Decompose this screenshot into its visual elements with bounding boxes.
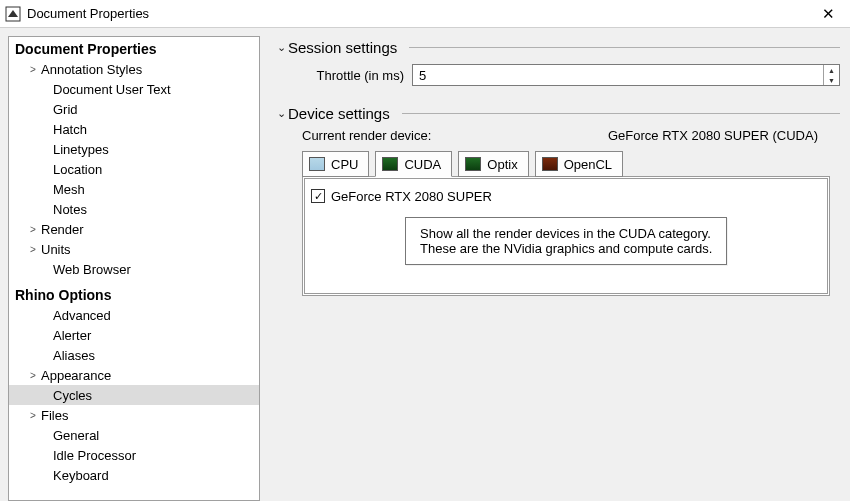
- group-header-device[interactable]: ⌄ Device settings: [274, 102, 840, 124]
- tree-item-notes[interactable]: Notes: [9, 199, 259, 219]
- device-tabs: CPUCUDAOptixOpenCL: [274, 151, 840, 177]
- tree-item-grid[interactable]: Grid: [9, 99, 259, 119]
- device-tab-optix[interactable]: Optix: [458, 151, 528, 177]
- tree-item-label: Linetypes: [51, 142, 109, 157]
- current-device-value: GeForce RTX 2080 SUPER (CUDA): [608, 128, 840, 143]
- chip-icon: [309, 157, 325, 171]
- tab-label: OpenCL: [564, 157, 612, 172]
- chip-icon: [465, 157, 481, 171]
- close-button[interactable]: ✕: [808, 0, 848, 27]
- tree-item-label: Cycles: [51, 388, 92, 403]
- tree-item-label: Web Browser: [51, 262, 131, 277]
- tooltip-text: These are the NVidia graphics and comput…: [420, 241, 712, 256]
- tree-item-render[interactable]: >Render: [9, 219, 259, 239]
- tooltip-text: Show all the render devices in the CUDA …: [420, 226, 712, 241]
- tree-item-label: Alerter: [51, 328, 91, 343]
- device-tab-opencl[interactable]: OpenCL: [535, 151, 623, 177]
- chevron-right-icon[interactable]: >: [27, 64, 39, 75]
- tree-item-label: Location: [51, 162, 102, 177]
- tree-section-docprops: Document Properties: [9, 37, 259, 59]
- tree-item-label: Keyboard: [51, 468, 109, 483]
- tab-label: CUDA: [404, 157, 441, 172]
- tree-item-label: Grid: [51, 102, 78, 117]
- tree-item-appearance[interactable]: >Appearance: [9, 365, 259, 385]
- tree-item-idle-processor[interactable]: Idle Processor: [9, 445, 259, 465]
- device-list-item[interactable]: ✓GeForce RTX 2080 SUPER: [311, 185, 821, 207]
- tree-item-location[interactable]: Location: [9, 159, 259, 179]
- group-device-settings: ⌄ Device settings Current render device:…: [274, 102, 840, 296]
- tree-section-rhino-options: Rhino Options: [9, 283, 259, 305]
- throttle-label: Throttle (in ms): [302, 68, 412, 83]
- throttle-spinbox[interactable]: ▲ ▼: [412, 64, 840, 86]
- throttle-input[interactable]: [413, 65, 823, 85]
- tree-item-general[interactable]: General: [9, 425, 259, 445]
- titlebar: Document Properties ✕: [0, 0, 850, 28]
- settings-panel: ⌄ Session settings Throttle (in ms) ▲ ▼ …: [260, 36, 850, 501]
- spin-up-icon[interactable]: ▲: [824, 65, 839, 75]
- device-item-label: GeForce RTX 2080 SUPER: [331, 189, 492, 204]
- chevron-down-icon: ⌄: [274, 107, 288, 120]
- tree-item-label: Units: [39, 242, 71, 257]
- tab-label: Optix: [487, 157, 517, 172]
- chevron-right-icon[interactable]: >: [27, 244, 39, 255]
- tree-item-document-user-text[interactable]: Document User Text: [9, 79, 259, 99]
- device-list-panel: ✓GeForce RTX 2080 SUPER Show all the ren…: [302, 176, 830, 296]
- tree-item-keyboard[interactable]: Keyboard: [9, 465, 259, 485]
- tree-item-mesh[interactable]: Mesh: [9, 179, 259, 199]
- tree-item-web-browser[interactable]: Web Browser: [9, 259, 259, 279]
- spinner-buttons[interactable]: ▲ ▼: [823, 65, 839, 85]
- tooltip: Show all the render devices in the CUDA …: [405, 217, 727, 265]
- chevron-right-icon[interactable]: >: [27, 370, 39, 381]
- group-title: Device settings: [288, 105, 398, 122]
- chevron-right-icon[interactable]: >: [27, 224, 39, 235]
- tree-item-annotation-styles[interactable]: >Annotation Styles: [9, 59, 259, 79]
- chevron-down-icon: ⌄: [274, 41, 288, 54]
- divider: [409, 47, 840, 48]
- tree-item-hatch[interactable]: Hatch: [9, 119, 259, 139]
- tree-item-units[interactable]: >Units: [9, 239, 259, 259]
- chip-icon: [542, 157, 558, 171]
- tree-item-label: General: [51, 428, 99, 443]
- tree-item-label: Appearance: [39, 368, 111, 383]
- device-tab-cpu[interactable]: CPU: [302, 151, 369, 177]
- group-session-settings: ⌄ Session settings Throttle (in ms) ▲ ▼: [274, 36, 840, 92]
- tree-item-label: Advanced: [51, 308, 111, 323]
- device-tab-cuda[interactable]: CUDA: [375, 151, 452, 177]
- tree-item-label: Notes: [51, 202, 87, 217]
- tree-item-label: Files: [39, 408, 68, 423]
- window-title: Document Properties: [27, 6, 808, 21]
- app-icon: [4, 5, 22, 23]
- tree-item-label: Hatch: [51, 122, 87, 137]
- chevron-right-icon[interactable]: >: [27, 410, 39, 421]
- tree-item-label: Aliases: [51, 348, 95, 363]
- tree-item-files[interactable]: >Files: [9, 405, 259, 425]
- tree-item-linetypes[interactable]: Linetypes: [9, 139, 259, 159]
- tree-item-cycles[interactable]: Cycles: [9, 385, 259, 405]
- checkbox[interactable]: ✓: [311, 189, 325, 203]
- tree-item-label: Mesh: [51, 182, 85, 197]
- tree-item-advanced[interactable]: Advanced: [9, 305, 259, 325]
- tree-item-label: Annotation Styles: [39, 62, 142, 77]
- tree-item-alerter[interactable]: Alerter: [9, 325, 259, 345]
- chip-icon: [382, 157, 398, 171]
- divider: [402, 113, 840, 114]
- tree-item-label: Render: [39, 222, 84, 237]
- options-tree: Document Properties >Annotation StylesDo…: [8, 36, 260, 501]
- group-header-session[interactable]: ⌄ Session settings: [274, 36, 840, 58]
- tab-label: CPU: [331, 157, 358, 172]
- tree-item-aliases[interactable]: Aliases: [9, 345, 259, 365]
- group-title: Session settings: [288, 39, 405, 56]
- current-device-label: Current render device:: [302, 128, 431, 143]
- spin-down-icon[interactable]: ▼: [824, 75, 839, 85]
- tree-item-label: Idle Processor: [51, 448, 136, 463]
- tree-item-label: Document User Text: [51, 82, 171, 97]
